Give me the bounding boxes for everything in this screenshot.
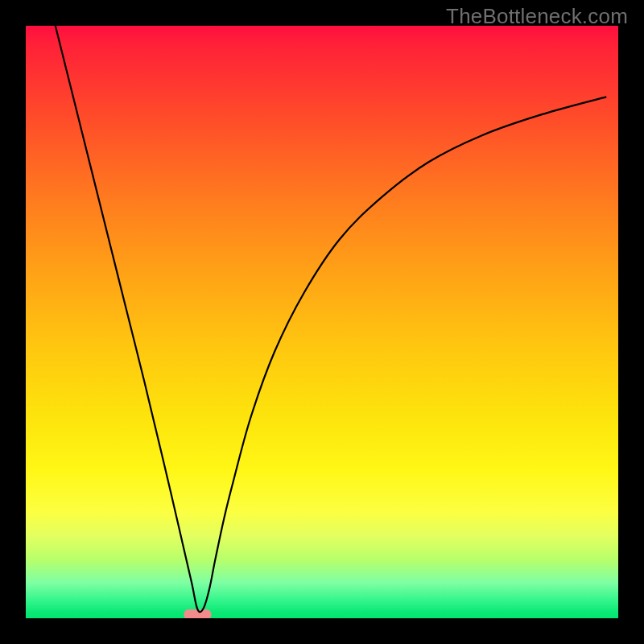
curve-layer [26,26,618,618]
chart-frame: TheBottleneck.com [0,0,644,644]
bottleneck-curve [56,26,606,612]
plot-area [26,26,618,618]
